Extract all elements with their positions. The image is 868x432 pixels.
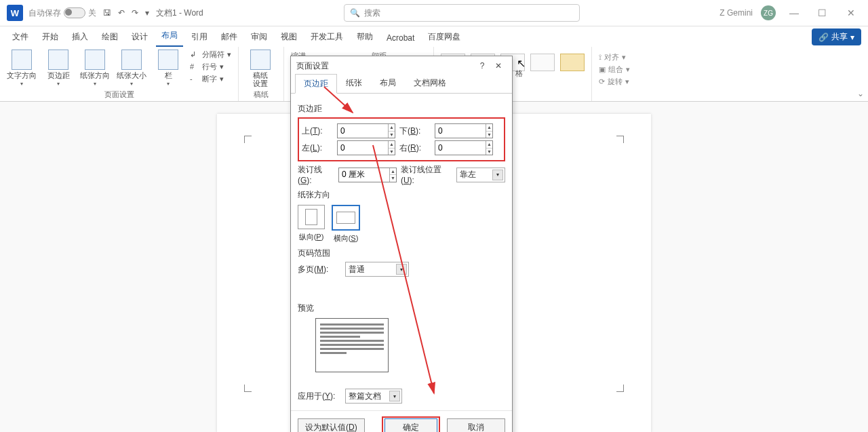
dialog-tab-layout[interactable]: 布局 xyxy=(371,73,405,93)
redo-icon[interactable]: ↷ xyxy=(132,8,138,18)
tab-review[interactable]: 审阅 xyxy=(245,27,273,47)
multipage-select[interactable]: 普通▾ xyxy=(345,262,409,277)
manuscript-button[interactable]: 稿纸 设置 xyxy=(245,50,275,87)
margin-bottom-value[interactable] xyxy=(435,124,486,138)
chevron-down-icon: ▾ xyxy=(626,65,630,74)
chevron-down-icon: ▾ xyxy=(625,77,629,86)
chevron-down-icon[interactable]: ▾ xyxy=(389,391,400,401)
size-button[interactable]: 纸张大小▾ xyxy=(117,50,146,87)
breaks-button[interactable]: ↲分隔符 ▾ xyxy=(190,50,231,60)
orientation-label: 纸张方向 xyxy=(80,71,110,79)
set-default-button[interactable]: 设为默认值(D) xyxy=(298,418,365,432)
ok-button[interactable]: 确定 xyxy=(384,418,437,432)
rotate-button[interactable]: ⟳旋转 ▾ xyxy=(599,77,630,87)
tab-acrobat[interactable]: Acrobat xyxy=(381,29,420,47)
spinner-down-icon[interactable]: ▼ xyxy=(389,132,395,138)
margin-top-value[interactable] xyxy=(338,124,388,138)
group-arrange: ⟟对齐 ▾ ▣组合 ▾ ⟳旋转 ▾ xyxy=(592,47,637,101)
user-avatar[interactable]: ZG xyxy=(761,5,776,20)
chevron-down-icon[interactable]: ▾ xyxy=(396,264,407,275)
margins-section-label: 页边距 xyxy=(298,103,505,115)
gutter-pos-select[interactable]: 靠左▾ xyxy=(456,168,505,182)
margins-button[interactable]: 页边距▾ xyxy=(43,50,73,87)
undo-icon[interactable]: ↶ xyxy=(118,8,125,18)
tab-home[interactable]: 开始 xyxy=(37,27,64,47)
spinner-up-icon[interactable]: ▲ xyxy=(389,124,395,132)
dialog-tab-margins[interactable]: 页边距 xyxy=(295,74,337,94)
spinner-up-icon[interactable]: ▲ xyxy=(389,141,395,149)
tab-design[interactable]: 设计 xyxy=(126,27,153,47)
tab-file[interactable]: 文件 xyxy=(7,27,34,47)
group-objects-button[interactable]: ▣组合 ▾ xyxy=(599,64,630,75)
margin-left-value[interactable] xyxy=(338,141,388,155)
tab-help[interactable]: 帮助 xyxy=(351,27,378,47)
tab-insert[interactable]: 插入 xyxy=(66,27,94,47)
spinner-down-icon[interactable]: ▼ xyxy=(486,149,492,155)
dialog-close-button[interactable]: ✕ xyxy=(490,61,507,71)
search-box[interactable]: 🔍 搜索 xyxy=(344,4,580,22)
tab-baidu[interactable]: 百度网盘 xyxy=(422,27,466,47)
spinner-down-icon[interactable]: ▼ xyxy=(486,132,492,138)
qat-more-icon[interactable]: ▾ xyxy=(145,8,149,18)
send-backward-button[interactable] xyxy=(530,54,555,71)
dialog-help-button[interactable]: ? xyxy=(474,61,490,71)
selection-pane-button[interactable] xyxy=(560,54,585,71)
line-numbers-button[interactable]: #行号 ▾ xyxy=(190,62,231,72)
tab-references[interactable]: 引用 xyxy=(186,27,213,47)
manuscript-group-label: 稿纸 xyxy=(245,90,277,100)
save-icon[interactable]: 🖫 xyxy=(103,8,111,18)
margin-left-label: 左(L): xyxy=(302,142,333,154)
orientation-landscape[interactable]: 横向(S) xyxy=(332,205,360,243)
spinner-up-icon[interactable]: ▲ xyxy=(486,124,492,132)
margin-bottom-input[interactable]: ▲▼ xyxy=(435,123,493,138)
page-setup-group-label: 页面设置 xyxy=(7,90,231,100)
chevron-down-icon: ▾ xyxy=(220,75,224,83)
gutter-pos-label: 装订线位置(U): xyxy=(401,164,452,185)
hyphenation-button[interactable]: -断字 ▾ xyxy=(190,74,231,84)
spinner-down-icon[interactable]: ▼ xyxy=(390,175,396,182)
align-label: 对齐 xyxy=(604,52,619,62)
share-button[interactable]: 🔗 共享 ▾ xyxy=(812,28,861,45)
margins-icon xyxy=(48,50,68,70)
spinner-up-icon[interactable]: ▲ xyxy=(390,168,396,176)
spinner-up-icon[interactable]: ▲ xyxy=(486,141,492,149)
margin-bottom-label: 下(B): xyxy=(399,125,431,137)
cancel-button[interactable]: 取消 xyxy=(447,418,505,432)
align-button[interactable]: ⟟对齐 ▾ xyxy=(599,52,630,62)
close-button[interactable]: ✕ xyxy=(841,7,861,18)
margin-right-label: 右(R): xyxy=(399,142,431,154)
tab-layout[interactable]: 布局 xyxy=(156,26,183,47)
tab-mailings[interactable]: 邮件 xyxy=(216,27,243,47)
multipage-value: 普通 xyxy=(349,264,365,275)
apply-to-select[interactable]: 整篇文档▾ xyxy=(345,389,402,404)
margin-right-value[interactable] xyxy=(435,141,486,155)
text-direction-button[interactable]: 文字方向▾ xyxy=(7,50,37,87)
dialog-tabs: 页边距 纸张 布局 文档网格 xyxy=(291,75,512,94)
align-icon: ⟟ xyxy=(599,53,601,62)
tab-view[interactable]: 视图 xyxy=(275,27,302,47)
chevron-down-icon[interactable]: ▾ xyxy=(492,170,503,180)
spinner-down-icon[interactable]: ▼ xyxy=(389,149,395,155)
chevron-down-icon: ▾ xyxy=(227,50,231,59)
orientation-portrait[interactable]: 纵向(P) xyxy=(298,205,325,243)
collapse-ribbon-icon[interactable]: ⌄ xyxy=(857,89,864,98)
gutter-value[interactable] xyxy=(339,168,389,182)
columns-button[interactable]: 栏▾ xyxy=(153,50,183,87)
orientation-button[interactable]: 纸张方向▾ xyxy=(80,50,110,87)
document-title: 文档1 - Word xyxy=(156,7,203,19)
autosave-toggle[interactable]: 自动保存 关 xyxy=(28,7,96,19)
tab-developer[interactable]: 开发工具 xyxy=(305,27,349,47)
dialog-tab-grid[interactable]: 文档网格 xyxy=(405,73,455,93)
margin-right-input[interactable]: ▲▼ xyxy=(435,140,493,155)
autosave-switch-icon[interactable] xyxy=(64,7,85,18)
maximize-button[interactable]: ☐ xyxy=(812,7,833,18)
tab-draw[interactable]: 绘图 xyxy=(96,27,123,47)
margin-top-input[interactable]: ▲▼ xyxy=(337,123,395,138)
dialog-tab-paper[interactable]: 纸张 xyxy=(337,73,371,93)
gutter-input[interactable]: ▲▼ xyxy=(338,168,397,182)
minimize-button[interactable]: — xyxy=(784,7,804,18)
margin-left-input[interactable]: ▲▼ xyxy=(337,140,395,155)
preview-thumbnail xyxy=(315,318,389,372)
mouse-cursor-icon: ↖ xyxy=(517,57,526,70)
quick-access-toolbar: 🖫 ↶ ↷ ▾ xyxy=(103,8,149,18)
